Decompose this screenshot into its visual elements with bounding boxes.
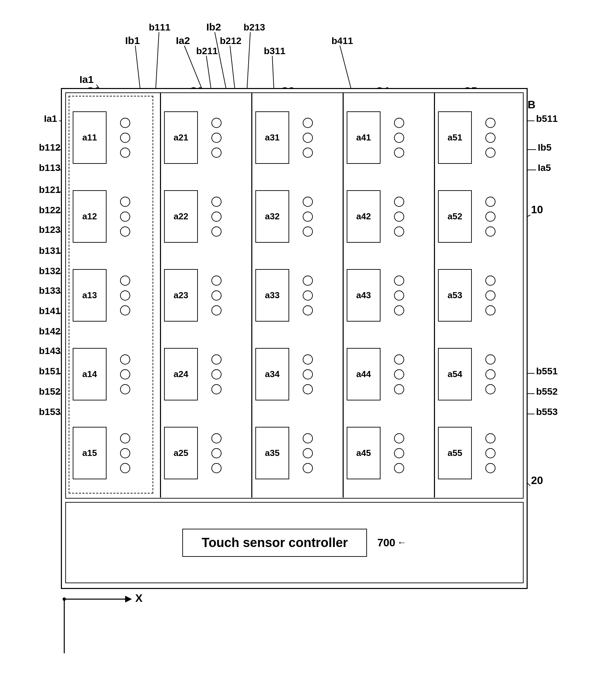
circle <box>120 118 130 128</box>
svg-text:b112: b112 <box>39 142 61 153</box>
circle <box>211 305 222 315</box>
cell-a35: a35 <box>255 427 289 479</box>
svg-text:Ib5: Ib5 <box>538 142 551 153</box>
controller-arrow: ← <box>397 537 407 548</box>
svg-text:b143: b143 <box>39 346 61 356</box>
svg-text:b132: b132 <box>39 266 61 276</box>
svg-text:X: X <box>135 592 143 604</box>
circle <box>303 226 313 237</box>
svg-text:b153: b153 <box>39 407 61 417</box>
circle <box>485 448 496 458</box>
circle <box>211 133 222 143</box>
circle <box>211 369 222 379</box>
cell-a11: a11 <box>73 111 107 164</box>
cell-a51: a51 <box>438 111 472 164</box>
circle <box>211 384 222 394</box>
circle <box>303 354 313 365</box>
svg-text:b213: b213 <box>244 22 265 32</box>
c3-row3 <box>296 265 320 326</box>
svg-line-18 <box>272 56 274 91</box>
controller-text: Touch sensor controller <box>202 535 348 550</box>
cell-a54: a54 <box>438 348 472 400</box>
cell-a25: a25 <box>164 427 198 479</box>
cell-a32: a32 <box>255 190 289 243</box>
circle <box>211 197 222 207</box>
svg-text:b142: b142 <box>39 326 61 336</box>
circle <box>120 197 130 207</box>
circle <box>394 148 404 158</box>
circle <box>120 305 130 315</box>
cell-a14: a14 <box>73 348 107 400</box>
svg-text:b552: b552 <box>536 386 558 397</box>
column-4: a41 a42 a43 a44 a45 <box>345 93 433 498</box>
circle <box>485 305 496 315</box>
c4-row1 <box>387 107 411 168</box>
column-1: a11 a12 a13 a14 a15 <box>71 93 159 498</box>
c3-row4 <box>296 344 320 405</box>
circle <box>394 133 404 143</box>
svg-text:Ia2: Ia2 <box>176 35 190 46</box>
svg-line-4 <box>135 46 140 91</box>
circle <box>394 433 404 443</box>
svg-text:b133: b133 <box>39 285 61 296</box>
circle <box>120 290 130 301</box>
c5-row1 <box>479 107 502 168</box>
cell-a45: a45 <box>347 427 381 479</box>
svg-line-8 <box>184 46 203 91</box>
c4-row3 <box>387 265 411 326</box>
c4-row2 <box>387 186 411 247</box>
c2-row2 <box>205 186 228 247</box>
circle <box>485 133 496 143</box>
circle <box>394 197 404 207</box>
svg-line-10 <box>215 32 227 91</box>
circle <box>485 290 496 301</box>
svg-marker-77 <box>125 596 132 603</box>
circle <box>120 276 130 286</box>
circle <box>394 290 404 301</box>
svg-text:b131: b131 <box>39 245 61 256</box>
circle <box>120 463 130 473</box>
circle <box>394 305 404 315</box>
circle <box>303 118 313 128</box>
c4-row5 <box>387 423 411 484</box>
circle <box>485 276 496 286</box>
c1-row4-circles <box>113 344 137 405</box>
c2-row3 <box>205 265 228 326</box>
svg-text:b113: b113 <box>39 162 61 173</box>
circle <box>394 118 404 128</box>
divider-1 <box>160 93 161 498</box>
svg-text:b121: b121 <box>39 184 61 195</box>
circle <box>211 276 222 286</box>
svg-text:b111: b111 <box>149 22 170 32</box>
circle <box>485 384 496 394</box>
cell-a12: a12 <box>73 190 107 243</box>
svg-text:b311: b311 <box>264 46 285 56</box>
svg-text:10: 10 <box>531 203 543 216</box>
cell-a53: a53 <box>438 269 472 322</box>
circle <box>211 212 222 222</box>
svg-text:b122: b122 <box>39 205 61 215</box>
svg-text:b151: b151 <box>39 366 61 376</box>
circle <box>394 369 404 379</box>
c1-cells: a11 a12 a13 a14 a15 <box>71 93 112 498</box>
circle <box>485 354 496 365</box>
svg-text:Ia5: Ia5 <box>538 162 551 173</box>
circle <box>303 433 313 443</box>
circle <box>211 354 222 365</box>
cell-a23: a23 <box>164 269 198 322</box>
svg-text:Ia1: Ia1 <box>44 113 57 124</box>
c2-cells: a21 a22 a23 a24 a25 <box>162 93 203 498</box>
c5-row4 <box>479 344 502 405</box>
c1-row3-circles <box>113 265 137 326</box>
c2-row5 <box>205 423 228 484</box>
cell-a21: a21 <box>164 111 198 164</box>
circle <box>303 305 313 315</box>
circle <box>120 148 130 158</box>
circle <box>303 463 313 473</box>
svg-text:b123: b123 <box>39 224 61 235</box>
circle <box>485 118 496 128</box>
circle <box>394 212 404 222</box>
c4-circles <box>386 93 413 498</box>
cell-a52: a52 <box>438 190 472 243</box>
circle <box>485 226 496 237</box>
